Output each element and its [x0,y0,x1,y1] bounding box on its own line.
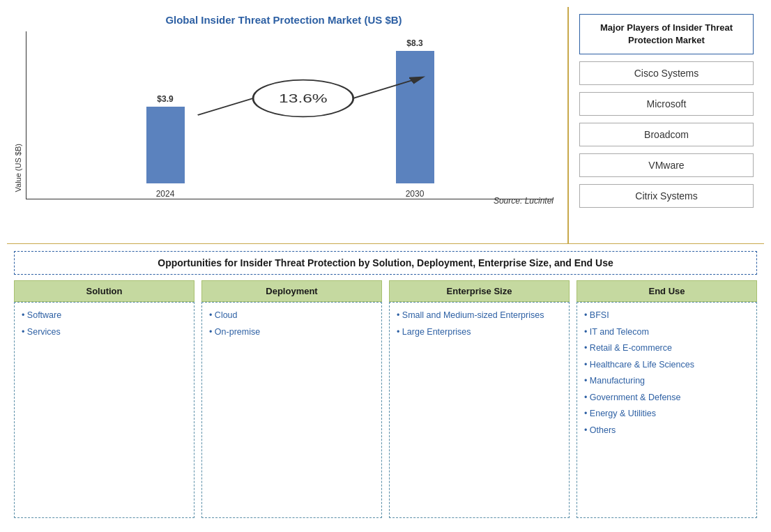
end-use-item-5: Government & Defense [584,392,749,404]
player-vmware: VMware [579,153,754,177]
svg-text:13.6%: 13.6% [279,93,328,105]
player-citrix: Citrix Systems [579,184,754,208]
category-deployment: Deployment Cloud On-premise [201,280,382,518]
bar-group-2030: $8.3 2030 [396,38,434,199]
chart-inner: 13.6% [26,31,554,192]
category-end-use: End Use BFSI IT and Telecom Retail & E-c… [577,280,757,518]
deployment-body: Cloud On-premise [201,302,382,518]
annotation-svg: 13.6% [26,31,554,199]
svg-line-3 [198,98,253,115]
end-use-item-6: Energy & Utilities [584,408,749,420]
bar-label-2030: 2030 [406,189,425,199]
end-use-header: End Use [577,280,757,302]
enterprise-size-header: Enterprise Size [389,280,570,302]
end-use-body: BFSI IT and Telecom Retail & E-commerce … [577,302,757,518]
deployment-header: Deployment [201,280,382,302]
y-axis-label: Value (US $B) [14,144,22,192]
chart-area: Global Insider Threat Protection Market … [7,7,569,243]
right-panel: Major Players of Insider Threat Protecti… [569,7,764,243]
svg-point-0 [253,80,353,117]
deployment-item-1: On-premise [209,326,374,339]
enterprise-item-1: Large Enterprises [397,326,562,339]
bar-label-2024: 2024 [156,189,175,199]
major-players-title: Major Players of Insider Threat Protecti… [579,14,754,54]
bar-value-2024: $3.9 [157,94,173,104]
bar-2030 [396,51,434,183]
bar-group-2024: $3.9 2024 [146,94,185,199]
bottom-section: Opportunities for Insider Threat Protect… [7,244,764,525]
end-use-item-7: Others [584,425,749,437]
chart-title: Global Insider Threat Protection Market … [165,14,402,26]
solution-item-0: Software [22,310,187,322]
solution-header: Solution [14,280,194,302]
main-container: Global Insider Threat Protection Market … [0,0,771,532]
top-section: Global Insider Threat Protection Market … [7,7,764,244]
deployment-item-0: Cloud [209,310,374,322]
solution-item-1: Services [22,326,187,339]
player-broadcom: Broadcom [579,123,754,146]
end-use-item-4: Manufacturing [584,375,749,388]
enterprise-item-0: Small and Medium-sized Enterprises [397,310,562,322]
player-cisco: Cisco Systems [579,61,754,85]
end-use-item-2: Retail & E-commerce [584,342,749,355]
end-use-item-0: BFSI [584,310,749,322]
player-microsoft: Microsoft [579,92,754,116]
opportunities-title: Opportunities for Insider Threat Protect… [14,251,757,275]
enterprise-size-body: Small and Medium-sized Enterprises Large… [389,302,570,518]
solution-body: Software Services [14,302,194,518]
bars-area: 13.6% [26,31,554,199]
category-solution: Solution Software Services [14,280,194,518]
categories-row: Solution Software Services Deployment Cl… [14,280,757,518]
bar-2024 [146,107,185,183]
end-use-item-3: Healthcare & Life Sciences [584,359,749,372]
end-use-item-1: IT and Telecom [584,326,749,339]
chart-wrapper: Value (US $B) 13.6% [14,31,554,192]
bar-value-2030: $8.3 [406,38,422,48]
category-enterprise-size: Enterprise Size Small and Medium-sized E… [389,280,570,518]
